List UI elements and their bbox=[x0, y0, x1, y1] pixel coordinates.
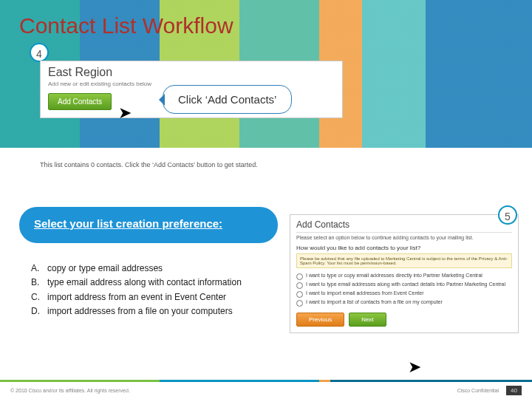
list-item: C. import address from an event in Event… bbox=[31, 291, 275, 304]
radio-label: I want to type email addresses along wit… bbox=[306, 282, 505, 287]
add-contacts-button[interactable]: Add Contacts bbox=[48, 93, 112, 110]
radio-option[interactable]: I want to import email addresses from Ev… bbox=[296, 290, 512, 298]
option-label: A. bbox=[31, 262, 47, 275]
option-text: import address from an event in Event Ce… bbox=[47, 291, 226, 304]
cursor-icon: ➤ bbox=[408, 358, 421, 377]
step-badge-4: 4 bbox=[30, 43, 49, 62]
radio-input[interactable] bbox=[296, 291, 303, 298]
previous-button[interactable]: Previous bbox=[296, 313, 344, 327]
option-label: D. bbox=[31, 305, 47, 318]
option-label: B. bbox=[31, 276, 47, 289]
add-contacts-title: Add Contacts bbox=[296, 219, 512, 233]
next-button[interactable]: Next bbox=[349, 313, 386, 327]
add-contacts-sub: Please select an option below to continu… bbox=[296, 235, 512, 240]
radio-option[interactable]: I want to type or copy email addresses d… bbox=[296, 273, 512, 280]
radio-option[interactable]: I want to type email addresses along wit… bbox=[296, 282, 512, 289]
add-contacts-question: How would you like to add contacts to yo… bbox=[296, 245, 512, 251]
radio-input[interactable] bbox=[296, 282, 303, 289]
radio-input[interactable] bbox=[296, 300, 303, 307]
page-number: 40 bbox=[506, 386, 522, 395]
step4-callout: Click ‘Add Contacts’ bbox=[163, 85, 292, 114]
footer: © 2010 Cisco and/or its affiliates. All … bbox=[0, 380, 532, 399]
radio-label: I want to type or copy email addresses d… bbox=[306, 273, 482, 278]
step-badge-5: 5 bbox=[498, 205, 517, 225]
copyright-text: © 2010 Cisco and/or its affiliates. All … bbox=[10, 388, 130, 393]
policy-warning: Please be advised that any file uploaded… bbox=[296, 253, 512, 268]
radio-input[interactable] bbox=[296, 273, 303, 280]
option-text: import addresses from a file on your com… bbox=[47, 305, 233, 318]
list-item: D. import addresses from a file on your … bbox=[31, 305, 275, 318]
confidential-text: Cisco Confidential bbox=[457, 388, 499, 393]
option-text: type email address along with contact in… bbox=[47, 276, 242, 289]
list-item: B. type email address along with contact… bbox=[31, 276, 275, 289]
step5-option-list: A. copy or type email addresses B. type … bbox=[31, 262, 275, 320]
page-title: Contact List Workflow bbox=[19, 13, 233, 38]
radio-label: I want to import email addresses from Ev… bbox=[306, 290, 424, 296]
step4-region-title: East Region bbox=[48, 66, 335, 79]
step5-callout-panel: Select your list creation preference: bbox=[19, 207, 278, 243]
radio-option[interactable]: I want to import a list of contacts from… bbox=[296, 299, 512, 307]
step5-heading: Select your list creation preference: bbox=[34, 217, 263, 230]
step5-screenshot: Add Contacts Please select an option bel… bbox=[290, 214, 519, 333]
step4-helper-text: This list contains 0 contacts. Click the… bbox=[40, 161, 258, 168]
option-text: copy or type email addresses bbox=[47, 262, 163, 275]
radio-label: I want to import a list of contacts from… bbox=[306, 299, 443, 304]
option-label: C. bbox=[31, 291, 47, 304]
list-item: A. copy or type email addresses bbox=[31, 262, 275, 275]
